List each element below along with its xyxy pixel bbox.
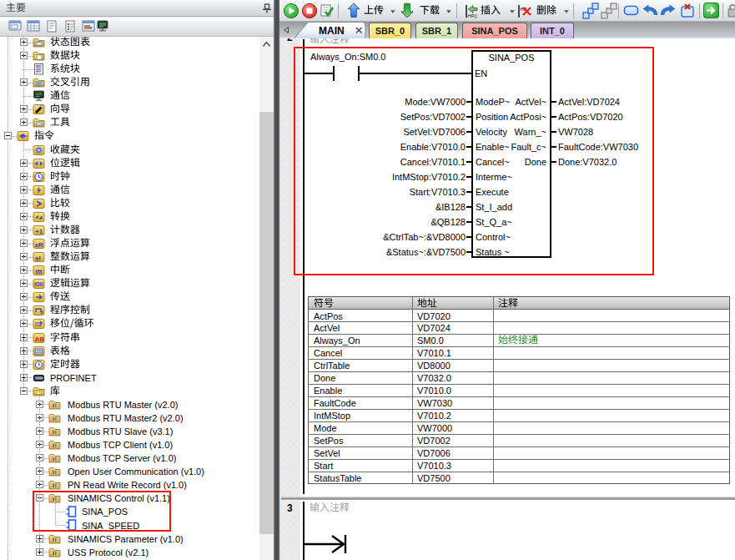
svg-text:+1: +1 bbox=[35, 227, 43, 235]
svg-text:AB: AB bbox=[35, 335, 45, 342]
svg-text:IOII: IOII bbox=[34, 281, 43, 287]
svg-text:±I: ±I bbox=[35, 255, 41, 262]
svg-text:ttt: ttt bbox=[36, 268, 43, 275]
svg-text:±R: ±R bbox=[35, 241, 43, 249]
svg-text:HR(): HR() bbox=[468, 13, 478, 18]
